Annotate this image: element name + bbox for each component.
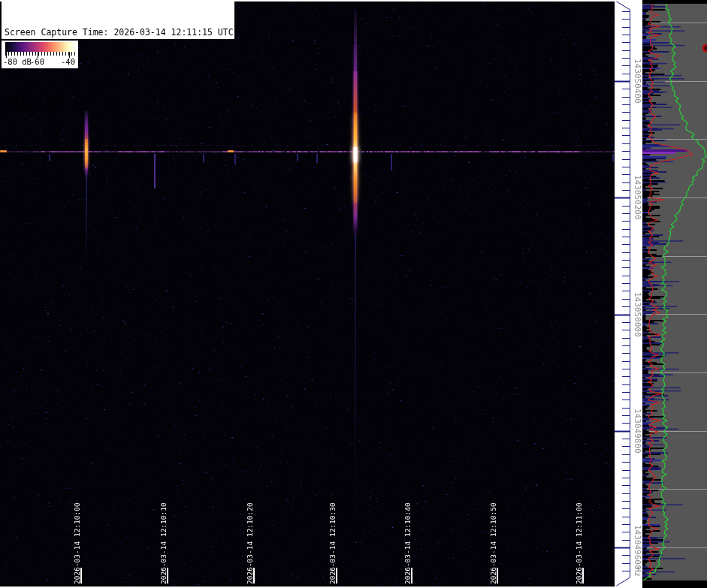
freq-unit-label: Hz <box>633 567 642 577</box>
color-scale-legend: -80 dB -60 -40 <box>2 41 78 68</box>
frequency-axis-label: 143049800 <box>633 409 642 454</box>
color-gradient-bar <box>5 42 76 52</box>
scale-minor-ticks <box>5 52 77 56</box>
time-axis-tick <box>411 568 412 583</box>
time-axis-tick <box>167 568 168 583</box>
frequency-axis-label: 143050000 <box>633 292 642 337</box>
frequency-axis-label: 143050200 <box>633 175 642 220</box>
capture-time-text: Screen Capture Time: 2026-03-14 12:11:15… <box>5 26 234 38</box>
capture-info-box: Screen Capture Time: 2026-03-14 12:11:15… <box>2 2 234 39</box>
time-axis-tick <box>80 568 82 583</box>
time-axis-tick <box>497 568 498 583</box>
time-axis-tick <box>253 568 255 583</box>
scale-label-40db: -40 <box>61 57 75 66</box>
time-axis-tick <box>336 568 337 583</box>
scale-label-60db: -60 <box>30 57 44 66</box>
scale-label-80db: -80 dB <box>3 57 32 66</box>
scale-labels: -80 dB -60 -40 <box>2 57 78 68</box>
config-text: Config = V8 <box>5 98 234 110</box>
time-axis-tick <box>582 568 584 583</box>
frequency-axis-label: 143050400 <box>633 59 642 104</box>
spectrogram-app-window: Screen Capture Time: 2026-03-14 12:11:15… <box>0 0 707 588</box>
frequency-axis-label: 143049600 <box>633 525 642 570</box>
